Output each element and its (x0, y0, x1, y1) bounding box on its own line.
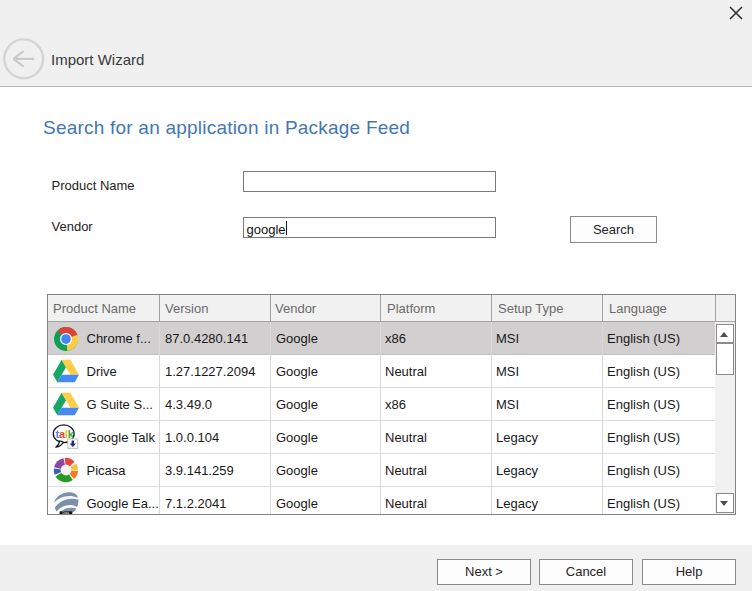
svg-text:k: k (68, 428, 75, 440)
svg-text:Data: Data (63, 511, 70, 514)
